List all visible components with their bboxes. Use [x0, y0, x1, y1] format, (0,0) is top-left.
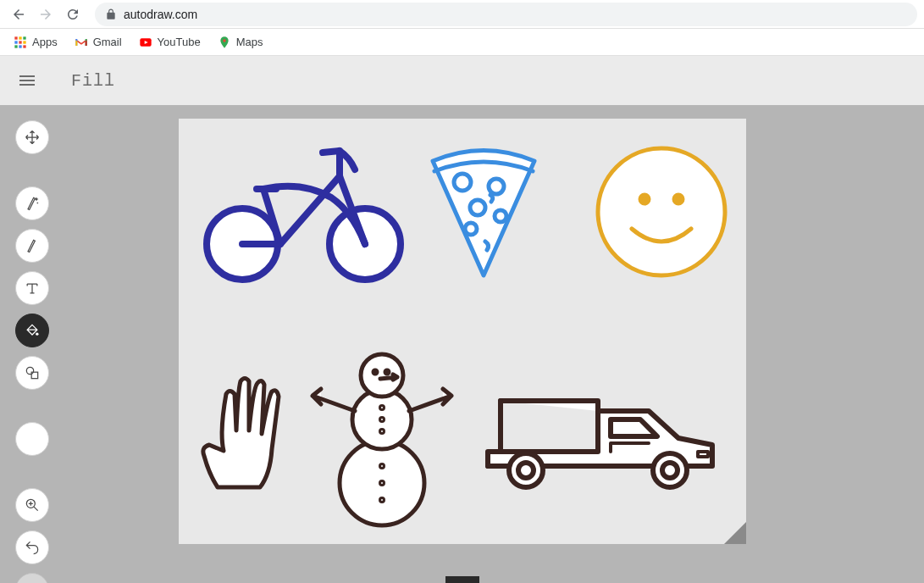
- pizza-drawing[interactable]: [424, 144, 543, 280]
- gmail-icon: [75, 36, 88, 49]
- svg-point-11: [36, 333, 38, 336]
- color-picker[interactable]: [15, 422, 49, 456]
- bookmarks-bar: Apps Gmail YouTube Maps: [0, 29, 924, 56]
- url-text: autodraw.com: [124, 8, 197, 21]
- address-bar[interactable]: autodraw.com: [95, 3, 917, 26]
- hand-drawing[interactable]: [194, 373, 291, 491]
- text-tool[interactable]: [15, 271, 49, 305]
- move-icon: [24, 129, 41, 146]
- zoom-icon: [24, 497, 41, 514]
- svg-rect-7: [19, 45, 21, 47]
- forward-button[interactable]: [34, 3, 58, 26]
- undo-icon: [24, 539, 41, 556]
- bookmark-youtube[interactable]: YouTube: [132, 32, 207, 53]
- fill-tool[interactable]: [15, 314, 49, 347]
- svg-rect-5: [23, 41, 25, 43]
- lock-icon: [105, 8, 117, 20]
- maps-icon: [218, 36, 231, 49]
- pencil-icon: [24, 237, 41, 254]
- menu-button[interactable]: [17, 70, 37, 91]
- workspace: [0, 105, 924, 583]
- delete-tool[interactable]: [15, 573, 49, 583]
- canvas-resize-handle[interactable]: [724, 522, 746, 544]
- svg-point-29: [385, 370, 389, 374]
- svg-point-28: [373, 370, 377, 374]
- bicycle-drawing[interactable]: [196, 134, 412, 286]
- svg-point-24: [674, 195, 683, 203]
- bookmark-apps[interactable]: Apps: [7, 32, 64, 53]
- smiley-drawing[interactable]: [594, 144, 729, 280]
- snowman-drawing[interactable]: [297, 335, 467, 530]
- hamburger-icon: [17, 70, 37, 91]
- svg-point-33: [379, 464, 384, 469]
- draw-tool[interactable]: [15, 229, 49, 263]
- svg-point-12: [26, 367, 33, 374]
- svg-point-35: [379, 498, 384, 502]
- zoom-slider-handle[interactable]: [445, 576, 479, 583]
- reload-icon: [65, 7, 80, 22]
- app-header: Fill: [0, 56, 924, 105]
- bookmark-label: YouTube: [158, 36, 201, 48]
- fill-icon: [24, 322, 41, 339]
- svg-point-39: [662, 463, 678, 478]
- svg-point-22: [598, 148, 725, 275]
- svg-rect-4: [19, 41, 21, 43]
- svg-point-23: [640, 195, 649, 203]
- bookmark-maps[interactable]: Maps: [211, 32, 270, 53]
- current-tool-label: Fill: [71, 71, 115, 91]
- svg-rect-40: [698, 452, 708, 457]
- reload-button[interactable]: [61, 3, 85, 26]
- autodraw-icon: [24, 195, 41, 212]
- drawing-canvas[interactable]: [179, 119, 746, 544]
- bookmark-label: Gmail: [93, 36, 122, 48]
- svg-point-10: [223, 39, 225, 42]
- svg-rect-1: [19, 36, 21, 39]
- text-icon: [24, 280, 41, 297]
- youtube-icon: [139, 36, 152, 49]
- bookmark-label: Apps: [32, 36, 58, 48]
- svg-rect-6: [14, 45, 17, 47]
- zoom-tool[interactable]: [15, 488, 49, 522]
- toolbar: [15, 120, 49, 583]
- bookmark-gmail[interactable]: Gmail: [68, 32, 129, 53]
- shape-icon: [24, 364, 41, 381]
- svg-rect-0: [14, 36, 17, 39]
- apps-icon: [14, 36, 27, 49]
- arrow-right-icon: [38, 7, 53, 22]
- svg-rect-2: [23, 36, 25, 39]
- bookmark-label: Maps: [236, 36, 263, 48]
- undo-tool[interactable]: [15, 530, 49, 564]
- autodraw-tool[interactable]: [15, 186, 49, 220]
- arrow-left-icon: [11, 7, 26, 22]
- svg-point-32: [379, 430, 384, 434]
- svg-rect-3: [14, 41, 17, 43]
- svg-point-37: [518, 463, 534, 478]
- svg-point-31: [379, 418, 384, 422]
- browser-nav-bar: autodraw.com: [0, 0, 924, 29]
- truck-drawing[interactable]: [479, 386, 725, 496]
- svg-point-34: [379, 481, 384, 486]
- select-tool[interactable]: [15, 120, 49, 154]
- shape-tool[interactable]: [15, 356, 49, 390]
- svg-rect-8: [23, 45, 25, 47]
- svg-point-30: [379, 406, 384, 410]
- zoom-slider-track: [0, 576, 924, 583]
- back-button[interactable]: [7, 3, 30, 26]
- canvas-area: [0, 105, 924, 583]
